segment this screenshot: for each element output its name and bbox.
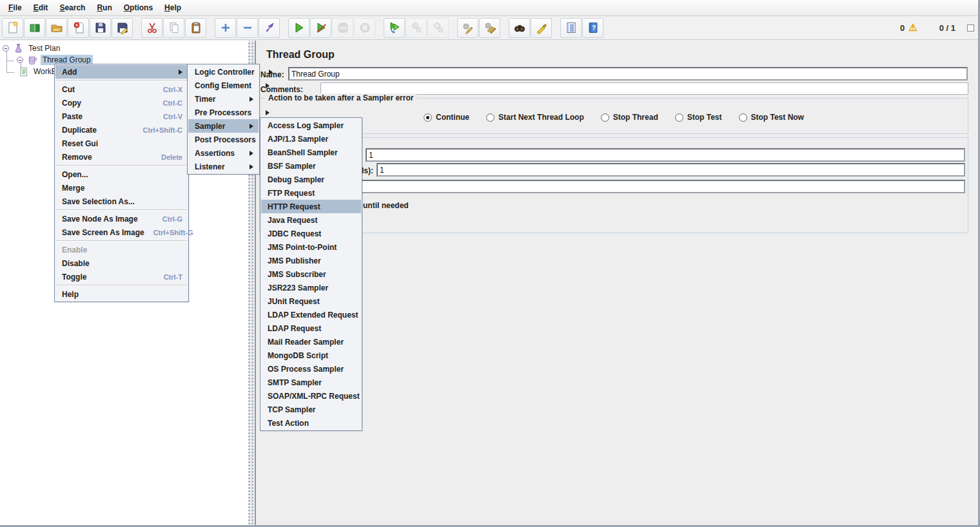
- start-no-pauses-button[interactable]: [310, 18, 331, 38]
- open-button[interactable]: [46, 18, 67, 38]
- submenu-item-pre-processors[interactable]: Pre Processors: [188, 106, 259, 119]
- thread-group-icon: [27, 55, 38, 66]
- remote-stop-all-button[interactable]: [406, 18, 427, 38]
- new-file-button[interactable]: [2, 18, 23, 38]
- submenu-item-post-processors[interactable]: Post Processors: [188, 133, 259, 146]
- menu-item-add[interactable]: Add: [55, 65, 188, 79]
- sampler-item-access-log-sampler[interactable]: Access Log Sampler: [261, 119, 361, 132]
- rampup-period-input[interactable]: [377, 163, 965, 177]
- sampler-item-http-request[interactable]: HTTP Request: [261, 200, 361, 213]
- sampler-item-mail-reader-sampler[interactable]: Mail Reader Sampler: [261, 335, 361, 349]
- expand-button[interactable]: [215, 18, 236, 38]
- menu-item-reset-gui[interactable]: Reset Gui: [55, 137, 188, 150]
- menu-options[interactable]: Options: [118, 1, 159, 14]
- copy-button[interactable]: [163, 18, 184, 38]
- sampler-item-jms-publisher[interactable]: JMS Publisher: [261, 254, 361, 267]
- name-input[interactable]: [288, 67, 968, 81]
- sampler-item-java-request[interactable]: Java Request: [261, 213, 361, 227]
- radio-stop-test[interactable]: Stop Test: [675, 113, 722, 122]
- comments-input[interactable]: [320, 82, 968, 95]
- paste-button[interactable]: [185, 18, 206, 38]
- menu-item-label: Duplicate: [62, 126, 143, 135]
- menu-shortcut: Ctrl-T: [164, 273, 182, 281]
- warning-triangle-icon[interactable]: ⚠: [908, 22, 917, 34]
- sampler-item-bsf-sampler[interactable]: BSF Sampler: [261, 159, 361, 173]
- close-button[interactable]: [68, 18, 89, 38]
- toggle-button[interactable]: [259, 18, 280, 38]
- menu-item-cut[interactable]: CutCtrl-X: [55, 82, 188, 96]
- submenu-item-sampler[interactable]: Sampler: [188, 119, 259, 133]
- clear-all-button[interactable]: [479, 18, 500, 38]
- menu-item-help[interactable]: Help: [55, 287, 188, 301]
- number-of-threads-input[interactable]: [366, 148, 965, 162]
- menu-item-save-screen-as-image[interactable]: Save Screen As ImageCtrl+Shift-G: [55, 225, 188, 239]
- sampler-item-jsr223-sampler[interactable]: JSR223 Sampler: [261, 281, 361, 294]
- search-button[interactable]: [509, 18, 530, 38]
- sampler-item-ftp-request[interactable]: FTP Request: [261, 186, 361, 200]
- radio-stop-test-now[interactable]: Stop Test Now: [739, 113, 804, 122]
- log-error-count[interactable]: 0: [900, 23, 905, 33]
- sampler-item-ajp13-sampler[interactable]: AJP/1.3 Sampler: [261, 132, 361, 146]
- collapse-handle-icon[interactable]: [3, 45, 9, 52]
- menu-item-paste[interactable]: PasteCtrl-V: [55, 110, 188, 123]
- sampler-item-mongodb-script[interactable]: MongoDB Script: [261, 349, 361, 362]
- sampler-item-smtp-sampler[interactable]: SMTP Sampler: [261, 376, 361, 389]
- sampler-item-ldap-request[interactable]: LDAP Request: [261, 321, 361, 335]
- radio-continue[interactable]: Continue: [424, 113, 469, 122]
- sampler-item-test-action[interactable]: Test Action: [261, 416, 361, 430]
- save-button[interactable]: [90, 18, 111, 38]
- menu-item-duplicate[interactable]: DuplicateCtrl+Shift-C: [55, 123, 188, 137]
- collapse-button[interactable]: [237, 18, 258, 38]
- menu-item-save-node-as-image[interactable]: Save Node As ImageCtrl-G: [55, 212, 188, 225]
- loop-count-input[interactable]: [361, 180, 965, 193]
- menu-edit[interactable]: Edit: [28, 1, 54, 14]
- sampler-item-tcp-sampler[interactable]: TCP Sampler: [261, 403, 361, 416]
- radio-stop-thread[interactable]: Stop Thread: [601, 113, 658, 122]
- menu-help[interactable]: Help: [159, 1, 187, 14]
- menu-item-remove[interactable]: RemoveDelete: [55, 150, 188, 164]
- menu-item-label: Sampler: [195, 122, 244, 131]
- function-helper-button[interactable]: [560, 18, 582, 38]
- radio-start-next-thread-loop[interactable]: Start Next Thread Loop: [486, 113, 584, 122]
- submenu-item-logic-controller[interactable]: Logic Controller: [188, 65, 259, 79]
- cut-button[interactable]: [141, 18, 162, 38]
- submenu-item-timer[interactable]: Timer: [188, 92, 259, 106]
- remote-start-all-button[interactable]: [384, 18, 405, 38]
- menu-run[interactable]: Run: [91, 1, 117, 14]
- submenu-arrow-icon: [266, 110, 270, 115]
- shutdown-button[interactable]: [354, 18, 375, 38]
- menu-item-save-selection-as[interactable]: Save Selection As...: [55, 195, 188, 208]
- sampler-item-beanshell-sampler[interactable]: BeanShell Sampler: [261, 146, 361, 159]
- clear-button[interactable]: [457, 18, 478, 38]
- start-button[interactable]: [288, 18, 309, 38]
- menu-item-label: Listener: [195, 162, 244, 171]
- templates-button[interactable]: [24, 18, 45, 38]
- submenu-item-assertions[interactable]: Assertions: [188, 146, 259, 160]
- sampler-item-os-process-sampler[interactable]: OS Process Sampler: [261, 362, 361, 376]
- remote-shutdown-all-button[interactable]: [427, 18, 449, 38]
- save-as-button[interactable]: [112, 18, 133, 38]
- menu-search[interactable]: Search: [54, 1, 91, 14]
- radio-label: Continue: [436, 113, 469, 122]
- sampler-item-jdbc-request[interactable]: JDBC Request: [261, 227, 361, 240]
- search-reset-button[interactable]: [531, 18, 552, 38]
- menu-item-disable[interactable]: Disable: [55, 256, 188, 270]
- sampler-item-junit-request[interactable]: JUnit Request: [261, 294, 361, 308]
- stop-button[interactable]: STOP: [332, 18, 353, 38]
- sampler-item-jms-point-to-point[interactable]: JMS Point-to-Point: [261, 240, 361, 254]
- submenu-item-config-element[interactable]: Config Element: [188, 79, 259, 92]
- sampler-item-debug-sampler[interactable]: Debug Sampler: [261, 173, 361, 186]
- menu-item-toggle[interactable]: ToggleCtrl-T: [55, 270, 188, 283]
- help-button[interactable]: ?: [582, 18, 603, 38]
- menu-file[interactable]: File: [3, 1, 28, 14]
- menu-item-merge[interactable]: Merge: [55, 181, 188, 195]
- tree-item-test-plan[interactable]: Test Plan: [3, 43, 62, 54]
- sampler-item-ldap-extended-request[interactable]: LDAP Extended Request: [261, 308, 361, 321]
- sampler-item-soap-xml-rpc-request[interactable]: SOAP/XML-RPC Request: [261, 389, 361, 403]
- sampler-item-jms-subscriber[interactable]: JMS Subscriber: [261, 267, 361, 281]
- collapse-handle-icon[interactable]: [17, 57, 23, 63]
- menu-item-copy[interactable]: CopyCtrl-C: [55, 96, 188, 110]
- submenu-item-listener[interactable]: Listener: [188, 160, 259, 173]
- menu-item-open[interactable]: Open...: [55, 168, 188, 181]
- menu-item-label: MongoDB Script: [268, 351, 356, 360]
